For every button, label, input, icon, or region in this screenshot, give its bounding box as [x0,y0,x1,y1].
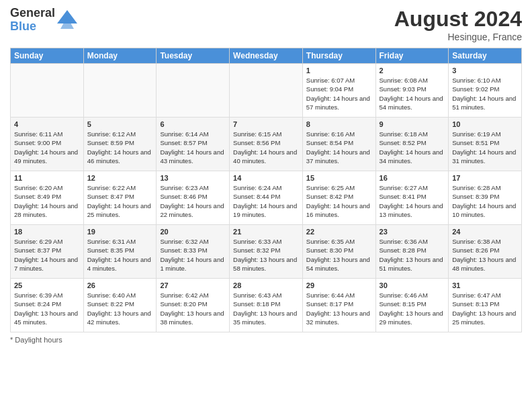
day-number: 6 [160,120,226,128]
logo-general: General [10,7,55,20]
col-thursday: Thursday [302,48,375,64]
day-number: 11 [14,174,80,182]
table-row: 22Sunrise: 6:35 AM Sunset: 8:30 PM Dayli… [302,225,375,279]
day-info: Sunrise: 6:12 AM Sunset: 8:59 PM Dayligh… [87,130,153,165]
table-row: 23Sunrise: 6:36 AM Sunset: 8:28 PM Dayli… [375,225,449,279]
day-info: Sunrise: 6:33 AM Sunset: 8:32 PM Dayligh… [233,237,299,273]
day-info: Sunrise: 6:23 AM Sunset: 8:46 PM Dayligh… [160,183,226,219]
day-info: Sunrise: 6:20 AM Sunset: 8:49 PM Dayligh… [14,183,80,219]
table-row: 14Sunrise: 6:24 AM Sunset: 8:44 PM Dayli… [230,171,303,225]
day-info: Sunrise: 6:07 AM Sunset: 9:04 PM Dayligh… [306,76,372,111]
day-number: 4 [14,120,80,128]
day-number: 1 [306,66,372,75]
day-info: Sunrise: 6:27 AM Sunset: 8:41 PM Dayligh… [380,183,445,219]
day-info: Sunrise: 6:19 AM Sunset: 8:51 PM Dayligh… [452,130,518,165]
day-info: Sunrise: 6:42 AM Sunset: 8:20 PM Dayligh… [160,291,226,326]
day-number: 27 [160,281,226,289]
header: General Blue August 2024 Hesingue, Franc… [10,7,522,42]
table-row: 5Sunrise: 6:12 AM Sunset: 8:59 PM Daylig… [83,118,157,171]
day-number: 9 [380,120,445,128]
day-number: 20 [160,228,226,236]
table-row: 6Sunrise: 6:14 AM Sunset: 8:57 PM Daylig… [157,118,230,171]
table-row: 17Sunrise: 6:28 AM Sunset: 8:39 PM Dayli… [449,171,522,225]
table-row: 27Sunrise: 6:42 AM Sunset: 8:20 PM Dayli… [157,279,230,332]
table-row [230,64,303,118]
day-info: Sunrise: 6:36 AM Sunset: 8:28 PM Dayligh… [380,237,445,273]
day-info: Sunrise: 6:14 AM Sunset: 8:57 PM Dayligh… [160,130,226,165]
day-info: Sunrise: 6:44 AM Sunset: 8:17 PM Dayligh… [306,291,372,326]
col-friday: Friday [375,48,449,64]
footer: * Daylight hours [10,336,522,344]
day-number: 5 [87,120,153,128]
day-number: 14 [233,174,299,182]
table-row [83,64,157,118]
day-info: Sunrise: 6:11 AM Sunset: 9:00 PM Dayligh… [14,130,80,165]
day-info: Sunrise: 6:35 AM Sunset: 8:30 PM Dayligh… [306,237,372,273]
day-number: 17 [452,174,518,182]
day-info: Sunrise: 6:10 AM Sunset: 9:02 PM Dayligh… [452,76,518,111]
day-number: 31 [452,281,518,289]
logo: General Blue [10,7,77,34]
table-row: 10Sunrise: 6:19 AM Sunset: 8:51 PM Dayli… [449,118,522,171]
table-row: 21Sunrise: 6:33 AM Sunset: 8:32 PM Dayli… [230,225,303,279]
day-info: Sunrise: 6:18 AM Sunset: 8:52 PM Dayligh… [380,130,445,165]
day-number: 29 [306,281,372,289]
col-saturday: Saturday [449,48,522,64]
day-info: Sunrise: 6:28 AM Sunset: 8:39 PM Dayligh… [452,183,518,219]
day-info: Sunrise: 6:43 AM Sunset: 8:18 PM Dayligh… [233,291,299,326]
col-wednesday: Wednesday [230,48,303,64]
table-row: 12Sunrise: 6:22 AM Sunset: 8:47 PM Dayli… [83,171,157,225]
day-info: Sunrise: 6:38 AM Sunset: 8:26 PM Dayligh… [452,237,518,273]
table-row: 20Sunrise: 6:32 AM Sunset: 8:33 PM Dayli… [157,225,230,279]
table-row: 28Sunrise: 6:43 AM Sunset: 8:18 PM Dayli… [230,279,303,332]
table-row: 30Sunrise: 6:46 AM Sunset: 8:15 PM Dayli… [375,279,449,332]
table-row [11,64,84,118]
col-tuesday: Tuesday [157,48,230,64]
table-row: 7Sunrise: 6:15 AM Sunset: 8:56 PM Daylig… [230,118,303,171]
logo-icon [57,10,77,30]
title-block: August 2024 Hesingue, France [394,7,522,42]
table-row: 16Sunrise: 6:27 AM Sunset: 8:41 PM Dayli… [375,171,449,225]
table-row: 2Sunrise: 6:08 AM Sunset: 9:03 PM Daylig… [375,64,449,118]
day-info: Sunrise: 6:08 AM Sunset: 9:03 PM Dayligh… [380,76,445,111]
day-info: Sunrise: 6:47 AM Sunset: 8:13 PM Dayligh… [452,291,518,326]
table-row: 24Sunrise: 6:38 AM Sunset: 8:26 PM Dayli… [449,225,522,279]
table-row: 8Sunrise: 6:16 AM Sunset: 8:54 PM Daylig… [302,118,375,171]
location: Hesingue, France [394,32,522,42]
day-number: 19 [87,228,153,236]
calendar-table: Sunday Monday Tuesday Wednesday Thursday… [10,48,522,332]
day-info: Sunrise: 6:46 AM Sunset: 8:15 PM Dayligh… [380,291,445,326]
table-row [157,64,230,118]
table-row: 26Sunrise: 6:40 AM Sunset: 8:22 PM Dayli… [83,279,157,332]
day-info: Sunrise: 6:24 AM Sunset: 8:44 PM Dayligh… [233,183,299,219]
table-row: 31Sunrise: 6:47 AM Sunset: 8:13 PM Dayli… [449,279,522,332]
day-info: Sunrise: 6:15 AM Sunset: 8:56 PM Dayligh… [233,130,299,165]
day-number: 13 [160,174,226,182]
day-number: 28 [233,281,299,289]
day-info: Sunrise: 6:39 AM Sunset: 8:24 PM Dayligh… [14,291,80,326]
day-number: 2 [380,66,445,75]
table-row: 1Sunrise: 6:07 AM Sunset: 9:04 PM Daylig… [302,64,375,118]
table-row: 29Sunrise: 6:44 AM Sunset: 8:17 PM Dayli… [302,279,375,332]
table-row: 18Sunrise: 6:29 AM Sunset: 8:37 PM Dayli… [11,225,84,279]
day-info: Sunrise: 6:32 AM Sunset: 8:33 PM Dayligh… [160,237,226,273]
day-number: 7 [233,120,299,128]
day-number: 21 [233,228,299,236]
logo-text: General Blue [10,7,55,34]
day-info: Sunrise: 6:16 AM Sunset: 8:54 PM Dayligh… [306,130,372,165]
day-number: 18 [14,228,80,236]
day-number: 22 [306,228,372,236]
day-info: Sunrise: 6:31 AM Sunset: 8:35 PM Dayligh… [87,237,153,273]
day-number: 16 [380,174,445,182]
day-info: Sunrise: 6:29 AM Sunset: 8:37 PM Dayligh… [14,237,80,273]
page: General Blue August 2024 Hesingue, Franc… [0,0,532,411]
day-number: 12 [87,174,153,182]
day-info: Sunrise: 6:40 AM Sunset: 8:22 PM Dayligh… [87,291,153,326]
day-number: 10 [452,120,518,128]
table-row: 15Sunrise: 6:25 AM Sunset: 8:42 PM Dayli… [302,171,375,225]
day-info: Sunrise: 6:22 AM Sunset: 8:47 PM Dayligh… [87,183,153,219]
day-number: 15 [306,174,372,182]
day-info: Sunrise: 6:25 AM Sunset: 8:42 PM Dayligh… [306,183,372,219]
month-title: August 2024 [394,7,522,32]
table-row: 25Sunrise: 6:39 AM Sunset: 8:24 PM Dayli… [11,279,84,332]
